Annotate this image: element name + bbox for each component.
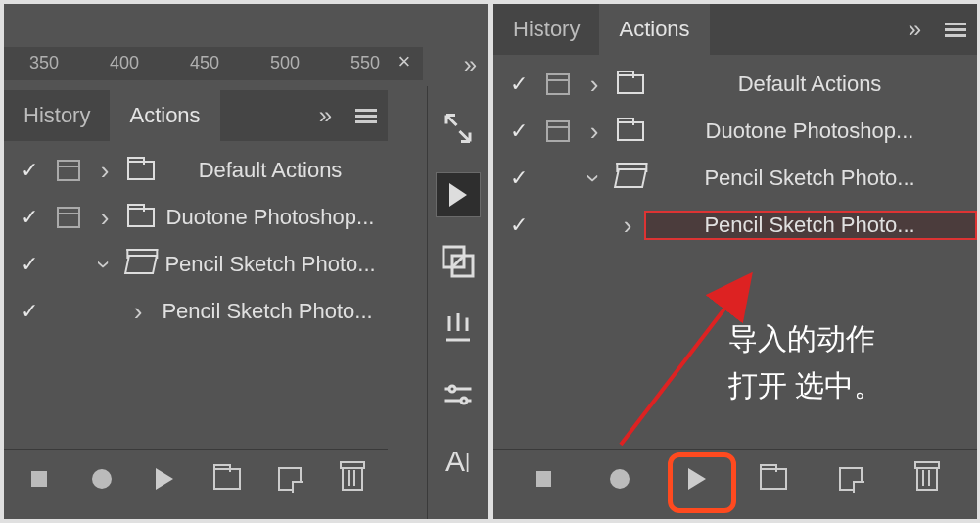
chevron-right-icon[interactable]: ›	[101, 205, 110, 230]
dialog-toggle-icon[interactable]	[57, 207, 80, 228]
actions-panel: History Actions » › Default Actions › Du…	[493, 4, 977, 513]
action-set-label: Default Actions	[650, 71, 977, 97]
action-row[interactable]: › Pencil Sketch Photo...	[4, 288, 388, 335]
play-button[interactable]	[137, 455, 192, 502]
folder-icon	[617, 74, 644, 94]
ruler: 350 400 450 500 550	[4, 47, 423, 80]
ruler-tick: 450	[190, 47, 219, 68]
toggle-check-icon[interactable]	[21, 252, 38, 277]
toggle-check-icon[interactable]	[21, 158, 38, 183]
svg-line-2	[452, 256, 464, 267]
toggle-check-icon[interactable]	[510, 213, 528, 238]
folder-open-icon	[124, 255, 158, 274]
toggle-check-icon[interactable]	[21, 299, 38, 324]
play-button[interactable]	[670, 455, 724, 502]
actions-panel: History Actions » › Default Actions › Du…	[4, 90, 388, 513]
folder-icon	[617, 121, 644, 141]
side-toolbar: A|	[427, 86, 488, 519]
folder-icon	[127, 161, 155, 180]
annotation-text: 导入的动作 打开 选中。	[728, 315, 883, 409]
folder-open-icon	[614, 168, 647, 188]
panel-tabbar: History Actions »	[493, 4, 977, 55]
expand-icon[interactable]: »	[464, 51, 472, 78]
panel-menu-icon[interactable]	[345, 94, 388, 137]
stop-button[interactable]	[12, 455, 67, 502]
action-set-label: Default Actions	[161, 158, 388, 183]
close-icon[interactable]: ×	[390, 49, 419, 74]
new-set-button[interactable]	[746, 455, 801, 502]
chevron-right-icon[interactable]: ›	[134, 299, 143, 324]
new-set-button[interactable]	[200, 455, 255, 502]
dialog-toggle-icon[interactable]	[546, 73, 570, 95]
chevron-right-icon[interactable]: ›	[590, 71, 599, 97]
action-set-label: Duotone Photoshop...	[161, 205, 388, 230]
action-label-selected: Pencil Sketch Photo...	[644, 211, 977, 240]
type-tool-icon[interactable]: A|	[436, 439, 481, 484]
action-set-row[interactable]: › Pencil Sketch Photo...	[493, 155, 977, 202]
delete-button[interactable]	[325, 455, 380, 502]
stop-button[interactable]	[516, 455, 571, 502]
tab-actions[interactable]: Actions	[110, 90, 219, 141]
action-row[interactable]: › Pencil Sketch Photo...	[493, 202, 977, 249]
tab-actions[interactable]: Actions	[599, 4, 709, 55]
tab-history[interactable]: History	[493, 4, 599, 55]
svg-point-3	[449, 386, 455, 392]
action-set-row[interactable]: › Duotone Photoshop...	[4, 194, 388, 241]
action-label: Pencil Sketch Photo...	[155, 299, 388, 324]
ruler-tick: 500	[270, 47, 300, 68]
folder-icon	[127, 208, 155, 227]
action-set-label: Pencil Sketch Photo...	[161, 252, 388, 277]
new-action-button[interactable]	[262, 455, 317, 502]
chevron-right-icon[interactable]: ›	[624, 213, 632, 238]
mask-tool-icon[interactable]	[436, 239, 481, 284]
tab-history[interactable]: History	[4, 90, 110, 141]
panel-menu-icon[interactable]	[934, 8, 977, 51]
ruler-tick: 400	[110, 47, 139, 68]
chevron-down-icon[interactable]: ›	[582, 174, 607, 183]
record-button[interactable]	[592, 455, 647, 502]
actions-bottom-toolbar	[493, 449, 977, 507]
record-button[interactable]	[74, 455, 129, 502]
dialog-toggle-icon[interactable]	[546, 120, 570, 142]
action-set-row[interactable]: › Pencil Sketch Photo...	[4, 241, 388, 288]
action-list: › Default Actions › Duotone Photoshop...…	[4, 141, 388, 335]
right-pane: History Actions » › Default Actions › Du…	[493, 4, 977, 519]
new-action-button[interactable]	[823, 455, 878, 502]
ruler-tick: 350	[29, 47, 59, 68]
action-list: › Default Actions › Duotone Photoshop...…	[493, 55, 977, 249]
action-set-row[interactable]: › Default Actions	[493, 61, 977, 108]
action-set-label: Duotone Photoshop...	[650, 119, 977, 144]
toggle-check-icon[interactable]	[21, 205, 38, 230]
collapse-icon[interactable]: »	[891, 8, 934, 51]
delete-button[interactable]	[900, 455, 955, 502]
move-tool-icon[interactable]	[436, 106, 481, 151]
action-set-row[interactable]: › Default Actions	[4, 147, 388, 194]
ruler-tick: 550	[350, 47, 380, 68]
left-pane: 350 400 450 500 550 × » History Actions …	[4, 4, 488, 519]
chevron-right-icon[interactable]: ›	[590, 119, 599, 144]
brush-tool-icon[interactable]	[436, 306, 481, 351]
toggle-check-icon[interactable]	[510, 71, 528, 97]
chevron-down-icon[interactable]: ›	[92, 261, 117, 269]
svg-point-4	[461, 398, 467, 404]
dialog-toggle-icon[interactable]	[57, 160, 80, 181]
action-set-row[interactable]: › Duotone Photoshop...	[493, 108, 977, 155]
panel-tabbar: History Actions »	[4, 90, 388, 141]
actions-bottom-toolbar	[4, 449, 388, 507]
action-set-label: Pencil Sketch Photo...	[650, 166, 977, 191]
chevron-right-icon[interactable]: ›	[101, 158, 110, 183]
toggle-check-icon[interactable]	[510, 119, 528, 144]
adjustment-tool-icon[interactable]	[436, 372, 481, 417]
play-tool-icon[interactable]	[436, 172, 481, 217]
toggle-check-icon[interactable]	[510, 166, 528, 191]
collapse-icon[interactable]: »	[302, 94, 345, 137]
